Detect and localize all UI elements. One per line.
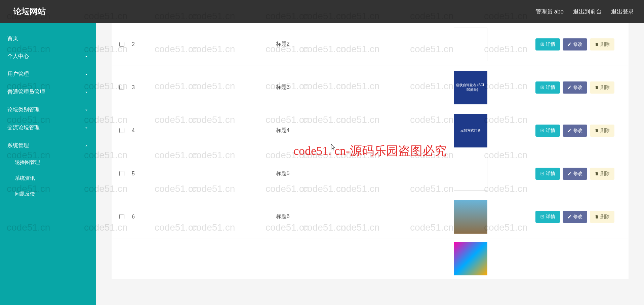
cell-title: 标题4 [145, 127, 420, 134]
cell-image: 应对方式问卷 [420, 114, 521, 147]
chevron-down-icon [84, 126, 89, 130]
sidebar-item-personal[interactable]: 个人中心 [0, 47, 96, 65]
cell-actions: 详情 修改 删除 [521, 81, 629, 94]
delete-button[interactable]: 删除 [590, 211, 614, 223]
table-row: 4 标题4 应对方式问卷 详情 修改 删除 [112, 109, 629, 152]
detail-button[interactable]: 详情 [535, 38, 560, 50]
edit-icon [567, 128, 572, 133]
button-label: 修改 [573, 84, 582, 91]
cell-id: 2 [132, 41, 145, 47]
sidebar-label: 问题反馈 [15, 191, 35, 197]
row-checkbox[interactable] [119, 171, 124, 176]
cell-id: 6 [132, 214, 145, 220]
detail-button[interactable]: 详情 [535, 211, 560, 223]
table-row: 2 标题2 详情 修改 删除 [112, 23, 629, 66]
cell-id: 5 [132, 171, 145, 177]
detail-button[interactable]: 详情 [535, 168, 560, 180]
thumbnail: 应对方式问卷 [454, 114, 487, 147]
edit-icon [567, 42, 572, 46]
sidebar-label: 系统管理 [7, 142, 29, 149]
chevron-down-icon [84, 108, 89, 112]
button-label: 修改 [573, 171, 582, 177]
logout-link[interactable]: 退出登录 [611, 8, 634, 15]
cell-id: 4 [132, 128, 145, 134]
edit-icon [567, 214, 572, 219]
row-checkbox[interactable] [119, 214, 124, 219]
delete-icon [595, 171, 599, 176]
main-content: 2 标题2 详情 修改 删除 3 标题3 症状自评量表 (S [96, 23, 644, 305]
header: 论坛网站 管理员 abo 退出到前台 退出登录 [0, 0, 644, 23]
table-row: 6 标题6 详情 修改 删除 [112, 195, 629, 238]
cell-checkbox [112, 128, 132, 133]
button-label: 修改 [573, 41, 582, 47]
edit-button[interactable]: 修改 [563, 125, 587, 137]
sidebar: 首页 个人中心 用户管理 普通管理员管理 论坛类别管理 交流论坛管理 系统管理 … [0, 23, 96, 305]
sidebar-label: 系统资讯 [15, 175, 35, 181]
cell-image [420, 242, 521, 275]
button-label: 删除 [600, 128, 610, 134]
edit-button[interactable]: 修改 [563, 168, 587, 180]
admin-label[interactable]: 管理员 abo [535, 8, 564, 15]
delete-icon [595, 214, 599, 219]
table-row: 5 标题5 详情 修改 删除 [112, 152, 629, 195]
sidebar-item-admin-mgmt[interactable]: 普通管理员管理 [0, 83, 96, 101]
data-table: 2 标题2 详情 修改 删除 3 标题3 症状自评量表 (S [112, 23, 629, 279]
sidebar-label: 个人中心 [7, 53, 29, 60]
exit-frontend-link[interactable]: 退出到前台 [573, 8, 602, 15]
button-label: 删除 [600, 84, 610, 91]
delete-icon [595, 128, 599, 133]
sidebar-label: 普通管理员管理 [7, 89, 45, 96]
detail-icon [540, 214, 545, 219]
sidebar-sub-feedback[interactable]: 问题反馈 [0, 186, 96, 202]
button-label: 详情 [546, 128, 555, 134]
sidebar-item-system-mgmt[interactable]: 系统管理 [0, 137, 96, 155]
sidebar-item-user-mgmt[interactable]: 用户管理 [0, 65, 96, 83]
cell-checkbox [112, 85, 132, 90]
sidebar-sub-carousel[interactable]: 轮播图管理 [0, 155, 96, 170]
sidebar-item-home[interactable]: 首页 [0, 30, 96, 47]
delete-icon [595, 42, 599, 46]
button-label: 详情 [546, 214, 555, 220]
delete-button[interactable]: 删除 [590, 125, 614, 137]
cell-actions: 详情 修改 删除 [521, 38, 629, 50]
edit-button[interactable]: 修改 [563, 81, 587, 94]
edit-icon [567, 85, 572, 90]
delete-button[interactable]: 删除 [590, 81, 614, 94]
cell-title: 标题5 [145, 170, 420, 177]
delete-button[interactable]: 删除 [590, 168, 614, 180]
delete-button[interactable]: 删除 [590, 38, 614, 50]
chevron-down-icon [84, 90, 89, 95]
cell-id: 3 [132, 84, 145, 91]
sidebar-sub-system-info[interactable]: 系统资讯 [0, 170, 96, 186]
cell-actions: 详情 修改 删除 [521, 211, 629, 223]
thumbnail [454, 242, 487, 275]
cell-actions: 详情 修改 删除 [521, 125, 629, 137]
button-label: 删除 [600, 41, 610, 47]
detail-button[interactable]: 详情 [535, 125, 560, 137]
detail-icon [540, 128, 545, 133]
sidebar-item-category-mgmt[interactable]: 论坛类别管理 [0, 101, 96, 119]
cell-image [420, 200, 521, 234]
row-checkbox[interactable] [119, 42, 124, 47]
table-row [112, 238, 629, 279]
button-label: 修改 [573, 214, 582, 220]
thumbnail [454, 157, 487, 191]
delete-icon [595, 85, 599, 90]
row-checkbox[interactable] [119, 85, 124, 90]
detail-icon [540, 42, 545, 46]
button-label: 修改 [573, 128, 582, 134]
thumbnail: 症状自评量表 (SCL—90问卷) [454, 71, 487, 104]
header-nav: 管理员 abo 退出到前台 退出登录 [535, 8, 634, 15]
button-label: 详情 [546, 84, 555, 91]
detail-button[interactable]: 详情 [535, 81, 560, 94]
detail-icon [540, 85, 545, 90]
sidebar-item-forum-mgmt[interactable]: 交流论坛管理 [0, 119, 96, 137]
edit-icon [567, 171, 572, 176]
edit-button[interactable]: 修改 [563, 38, 587, 50]
button-label: 详情 [546, 171, 555, 177]
cell-checkbox [112, 171, 132, 176]
cell-actions: 详情 修改 删除 [521, 168, 629, 180]
brand-title: 论坛网站 [13, 6, 46, 17]
row-checkbox[interactable] [119, 128, 124, 133]
edit-button[interactable]: 修改 [563, 211, 587, 223]
